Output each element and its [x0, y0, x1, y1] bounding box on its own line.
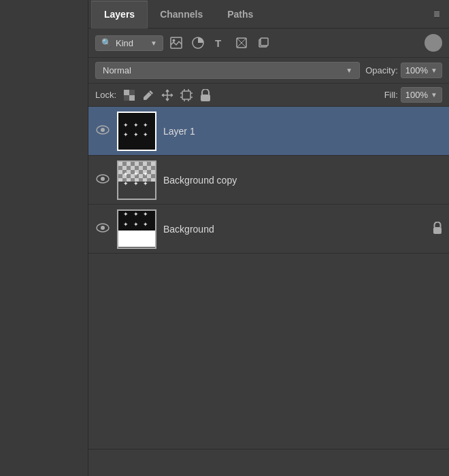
lock-transparent-icon[interactable] — [122, 88, 137, 103]
fill-label: Fill: — [384, 90, 398, 100]
layer-name-background: Background — [163, 224, 426, 235]
image-filter-icon[interactable] — [167, 34, 185, 52]
tab-layers-label: Layers — [104, 9, 135, 20]
fill-chevron-icon: ▼ — [431, 91, 437, 99]
svg-rect-6 — [261, 38, 268, 46]
panel-menu-button[interactable]: ≡ — [425, 0, 449, 28]
tab-paths[interactable]: Paths — [215, 1, 265, 29]
main-panel: Layers Channels Paths ≡ 🔍 Kind ▼ — [88, 0, 449, 476]
opacity-value: 100% — [405, 65, 428, 75]
visibility-icon-layer1[interactable] — [95, 124, 110, 138]
fill-section: Fill: 100% ▼ — [384, 87, 442, 103]
tab-paths-label: Paths — [227, 9, 253, 20]
svg-rect-19 — [433, 227, 442, 234]
svg-rect-10 — [129, 90, 135, 95]
tab-channels-label: Channels — [160, 9, 203, 20]
lock-position-icon[interactable] — [160, 88, 175, 103]
fill-input[interactable]: 100% ▼ — [401, 87, 442, 103]
lock-icons — [122, 88, 213, 103]
svg-rect-7 — [124, 90, 129, 95]
fill-value: 100% — [405, 90, 428, 100]
svg-point-18 — [101, 226, 105, 230]
type-filter-icon[interactable]: T — [211, 34, 229, 52]
opacity-label: Opacity: — [365, 65, 398, 75]
layer-thumb-bg-copy — [117, 160, 156, 200]
layer-item-bg-copy[interactable]: Background copy — [88, 156, 449, 205]
opacity-input[interactable]: 100% ▼ — [401, 63, 442, 78]
lock-artboard-icon[interactable] — [179, 88, 194, 103]
smartobject-filter-icon[interactable] — [254, 34, 272, 52]
svg-rect-12 — [201, 95, 210, 101]
layers-bottom-bar — [88, 449, 449, 476]
lock-row: Lock: — [88, 84, 449, 107]
lock-pixels-icon[interactable] — [141, 88, 156, 103]
tab-layers[interactable]: Layers — [91, 1, 148, 29]
svg-rect-9 — [124, 95, 129, 101]
adjustment-filter-icon[interactable] — [189, 34, 207, 52]
search-icon: 🔍 — [101, 38, 112, 48]
chevron-down-icon: ▼ — [150, 39, 157, 47]
kind-dropdown[interactable]: 🔍 Kind ▼ — [95, 35, 163, 51]
tab-channels[interactable]: Channels — [148, 1, 215, 29]
layer-item-layer1[interactable]: Layer 1 — [88, 107, 449, 156]
blend-row: Normal ▼ Opacity: 100% ▼ — [88, 58, 449, 84]
blend-mode-label: Normal — [103, 65, 131, 75]
layer-thumb-background — [117, 209, 156, 249]
menu-icon: ≡ — [433, 8, 439, 20]
visibility-icon-bg-copy[interactable] — [95, 173, 110, 187]
lock-all-icon[interactable] — [198, 88, 213, 103]
opacity-section: Opacity: 100% ▼ — [365, 63, 442, 78]
lock-label: Lock: — [95, 90, 116, 100]
tabs-bar: Layers Channels Paths ≡ — [88, 0, 449, 29]
blend-chevron-icon: ▼ — [346, 67, 352, 74]
filter-toggle[interactable] — [425, 34, 442, 52]
layers-list: Layer 1 Background copy — [88, 107, 449, 449]
left-panel — [0, 0, 88, 476]
svg-point-16 — [101, 177, 105, 181]
svg-point-14 — [101, 128, 105, 132]
visibility-icon-background[interactable] — [95, 222, 110, 236]
kind-label: Kind — [116, 38, 133, 48]
filter-row: 🔍 Kind ▼ T — [88, 29, 449, 58]
lock-badge-background — [433, 222, 442, 237]
shape-filter-icon[interactable] — [233, 34, 250, 52]
layer-item-background[interactable]: Background — [88, 205, 449, 254]
svg-point-1 — [173, 39, 176, 42]
opacity-chevron-icon: ▼ — [431, 67, 437, 74]
svg-rect-8 — [129, 95, 135, 101]
layer-name-bg-copy: Background copy — [163, 175, 442, 186]
layer-name-layer1: Layer 1 — [163, 126, 442, 137]
svg-text:T: T — [215, 37, 221, 49]
svg-rect-11 — [182, 91, 190, 99]
layer-thumb-layer1 — [117, 112, 156, 151]
blend-mode-dropdown[interactable]: Normal ▼ — [95, 62, 360, 79]
